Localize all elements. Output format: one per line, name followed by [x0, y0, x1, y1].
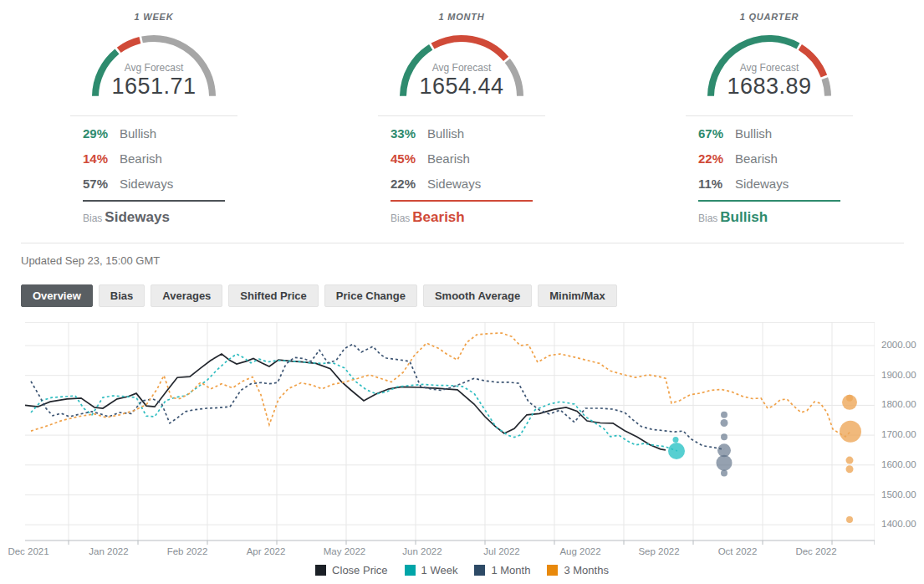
stat-row: 57%Sideways — [83, 171, 225, 196]
divider — [686, 115, 853, 116]
tab-shifted-price[interactable]: Shifted Price — [228, 284, 318, 307]
sideways-pct: 11% — [698, 177, 735, 191]
stat-row: 11%Sideways — [698, 171, 840, 196]
y-tick-label: 1500.00 — [881, 489, 916, 499]
y-tick-label: 1400.00 — [881, 519, 916, 529]
chart-tabs: Overview Bias Averages Shifted Price Pri… — [21, 284, 617, 307]
tab-averages[interactable]: Averages — [151, 284, 222, 307]
gauge-1-quarter: Avg Forecast 1683.89 — [702, 30, 836, 100]
forecast-col-1-week: 1 WEEK Avg Forecast 1651.71 29%Bullish 1… — [0, 0, 308, 238]
bearish-pct: 45% — [391, 151, 427, 166]
legend-item-close-price[interactable]: Close Price — [315, 564, 387, 576]
bullish-label: Bullish — [735, 126, 772, 141]
bias-label: Bias — [83, 213, 102, 224]
x-tick-label: Apr 2022 — [247, 546, 286, 556]
price-chart-plot[interactable] — [25, 322, 875, 545]
stat-row: 22%Bearish — [698, 146, 840, 171]
tab-minim-max[interactable]: Minim/Max — [538, 284, 616, 307]
y-tick-label: 1800.00 — [881, 399, 916, 409]
x-tick-label: Sep 2022 — [638, 546, 679, 556]
tab-bias[interactable]: Bias — [99, 284, 145, 307]
tab-price-change[interactable]: Price Change — [324, 284, 417, 307]
x-tick-label: Jul 2022 — [483, 546, 519, 556]
sideways-label: Sideways — [120, 177, 173, 191]
stat-row: 33%Bullish — [391, 120, 533, 146]
x-tick-label: Jan 2022 — [89, 546, 128, 556]
avg-forecast-label: Avg Forecast — [395, 62, 528, 74]
y-tick-label: 1900.00 — [881, 370, 916, 380]
legend-label: 1 Month — [491, 564, 530, 576]
legend-swatch-icon — [315, 565, 326, 576]
y-tick-label: 2000.00 — [881, 340, 916, 350]
forecast-chart: 2000.001900.001800.001700.001600.001500.… — [0, 322, 924, 584]
avg-forecast-value: 1654.44 — [395, 74, 528, 100]
legend-item-1-month[interactable]: 1 Month — [474, 564, 530, 576]
updated-timestamp: Updated Sep 23, 15:00 GMT — [21, 254, 160, 267]
stat-row: 67%Bullish — [698, 120, 840, 146]
forecast-gauges: 1 WEEK Avg Forecast 1651.71 29%Bullish 1… — [0, 0, 924, 238]
legend-label: 1 Week — [421, 564, 458, 576]
bias-divider — [391, 200, 533, 202]
legend-item-1-week[interactable]: 1 Week — [405, 564, 458, 576]
x-tick-label: Aug 2022 — [559, 546, 600, 556]
period-title: 1 QUARTER — [740, 12, 799, 22]
bias-divider — [83, 200, 225, 202]
stat-row: 14%Bearish — [83, 146, 225, 171]
stat-row: 22%Sideways — [391, 171, 533, 196]
y-tick-label: 1700.00 — [881, 429, 916, 439]
legend-swatch-icon — [405, 565, 416, 576]
avg-forecast-label: Avg Forecast — [87, 62, 221, 74]
x-tick-label: Dec 2022 — [795, 546, 836, 556]
x-tick-label: Feb 2022 — [167, 546, 208, 556]
bias-value: Sideways — [105, 209, 170, 225]
stats: 67%Bullish 22%Bearish 11%Sideways — [698, 120, 840, 196]
x-tick-label: Dec 2021 — [8, 546, 48, 556]
sideways-pct: 22% — [391, 177, 427, 191]
sideways-label: Sideways — [427, 177, 481, 191]
period-title: 1 MONTH — [438, 12, 484, 22]
avg-forecast-label: Avg Forecast — [702, 62, 836, 74]
forecast-col-1-month: 1 MONTH Avg Forecast 1654.44 33%Bullish … — [308, 0, 615, 238]
bullish-pct: 33% — [391, 126, 427, 141]
bearish-label: Bearish — [735, 151, 778, 166]
bearish-label: Bearish — [427, 151, 470, 166]
bearish-label: Bearish — [120, 151, 162, 166]
x-tick-label: Oct 2022 — [718, 546, 758, 556]
sideways-pct: 57% — [83, 177, 120, 191]
bias-divider — [698, 200, 840, 202]
x-tick-label: Jun 2022 — [402, 546, 442, 556]
legend-swatch-icon — [474, 565, 485, 576]
avg-forecast-value: 1651.71 — [87, 74, 221, 100]
period-title: 1 WEEK — [135, 12, 174, 22]
legend-swatch-icon — [547, 565, 558, 576]
bullish-label: Bullish — [427, 126, 464, 141]
bullish-pct: 67% — [698, 126, 735, 141]
bias-row: BiasBearish — [391, 209, 533, 226]
bullish-label: Bullish — [120, 126, 156, 141]
chart-legend: Close Price1 Week1 Month3 Months — [0, 564, 924, 576]
bias-row: BiasBullish — [698, 209, 840, 226]
legend-item-3-months[interactable]: 3 Months — [547, 564, 608, 576]
section-divider — [21, 243, 904, 243]
stats: 29%Bullish 14%Bearish 57%Sideways — [83, 120, 225, 196]
sideways-label: Sideways — [735, 177, 789, 191]
bias-value: Bearish — [412, 209, 464, 225]
stats: 33%Bullish 45%Bearish 22%Sideways — [391, 120, 533, 196]
bearish-pct: 14% — [83, 151, 120, 166]
divider — [378, 115, 545, 116]
bias-value: Bullish — [720, 209, 768, 225]
gauge-1-week: Avg Forecast 1651.71 — [87, 30, 221, 100]
bias-label: Bias — [698, 213, 717, 224]
tab-overview[interactable]: Overview — [21, 284, 93, 307]
avg-forecast-value: 1683.89 — [702, 74, 836, 100]
bias-row: BiasSideways — [83, 209, 225, 226]
tab-smooth-average[interactable]: Smooth Average — [423, 284, 532, 307]
bullish-pct: 29% — [83, 126, 120, 141]
bias-label: Bias — [391, 213, 410, 224]
divider — [70, 115, 237, 116]
legend-label: Close Price — [332, 564, 387, 576]
y-tick-label: 1600.00 — [881, 459, 916, 469]
x-tick-label: May 2022 — [324, 546, 366, 556]
gauge-1-month: Avg Forecast 1654.44 — [395, 30, 528, 100]
stat-row: 45%Bearish — [391, 146, 533, 171]
